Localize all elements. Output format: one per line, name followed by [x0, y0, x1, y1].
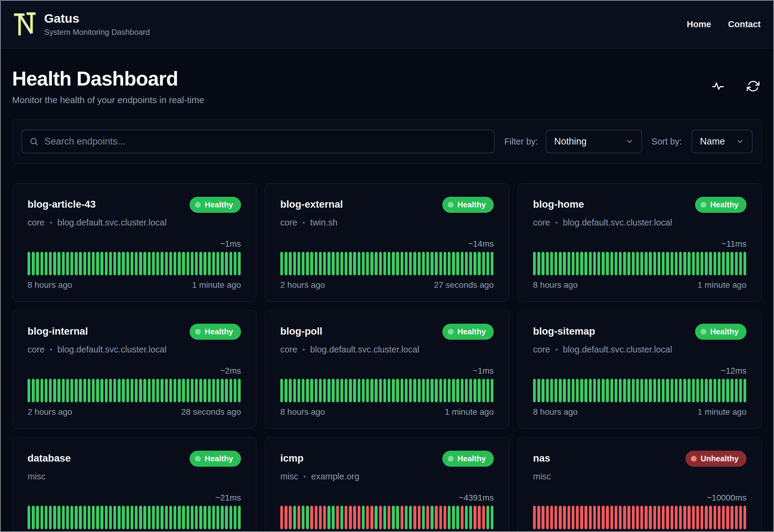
oldest-time: 2 hours ago: [28, 407, 72, 417]
card-head: blog-internal Healthy: [28, 324, 241, 340]
endpoint-card[interactable]: blog-external Healthy core • twin.sh ~14…: [265, 183, 509, 302]
uptime-bar-success: [212, 379, 215, 402]
uptime-bar-success: [62, 252, 65, 275]
uptime-bar-success: [105, 252, 108, 275]
uptime-bar-success: [448, 252, 450, 275]
uptime-bar-success: [143, 379, 146, 402]
status-dot-icon: [195, 456, 201, 462]
uptime-bar-success: [392, 506, 395, 529]
endpoint-name: blog-internal: [28, 324, 88, 337]
endpoint-card[interactable]: blog-poll Healthy core • blog.default.sv…: [265, 310, 509, 429]
uptime-bar-success: [203, 506, 206, 529]
time-range: 8 hours ago 1 minute ago: [533, 407, 746, 417]
uptime-bar-success: [57, 506, 60, 529]
uptime-bar-success: [122, 379, 125, 402]
newest-time: 27 seconds ago: [434, 280, 494, 290]
latency-label: ~14ms: [280, 239, 494, 249]
uptime-bar-success: [285, 252, 287, 275]
uptime-bar-success: [392, 379, 395, 402]
uptime-bar-failure: [345, 506, 347, 529]
status-dot-icon: [195, 329, 201, 335]
nav-link-contact[interactable]: Contact: [728, 19, 761, 29]
uptime-bar-success: [139, 506, 142, 529]
endpoint-card[interactable]: blog-sitemap Healthy core • blog.default…: [518, 310, 762, 429]
uptime-bar-failure: [285, 506, 287, 529]
meta-separator: •: [50, 345, 52, 354]
filter-select[interactable]: Nothing: [546, 130, 642, 153]
uptime-bar-success: [152, 252, 155, 275]
uptime-bar-success: [615, 379, 617, 402]
uptime-bar-success: [293, 379, 296, 402]
uptime-bar-success: [169, 252, 172, 275]
uptime-bar-success: [726, 379, 729, 402]
page-subtitle: Monitor the health of your endpoints in …: [12, 95, 204, 105]
endpoint-card[interactable]: blog-article-43 Healthy core • blog.defa…: [12, 183, 256, 302]
uptime-bar-success: [662, 379, 665, 402]
endpoint-group: misc: [533, 472, 551, 482]
uptime-bar-success: [126, 379, 129, 402]
uptime-bar-success: [392, 252, 395, 275]
uptime-bar-success: [310, 379, 313, 402]
nav-link-home[interactable]: Home: [687, 19, 711, 29]
uptime-bar-success: [533, 252, 536, 275]
search-box[interactable]: [21, 130, 495, 153]
uptime-bar-failure: [315, 506, 317, 529]
uptime-bar-success: [597, 379, 600, 402]
uptime-bar-success: [632, 252, 635, 275]
uptime-bar-success: [688, 379, 690, 402]
uptime-bar-success: [730, 252, 733, 275]
uptime-bar-failure: [576, 506, 579, 529]
search-input[interactable]: [44, 136, 487, 147]
uptime-bar-success: [135, 379, 138, 402]
meta-separator: •: [555, 219, 558, 227]
endpoint-name: blog-home: [533, 197, 584, 210]
uptime-bar-success: [216, 252, 219, 275]
status-label: Healthy: [205, 454, 233, 463]
uptime-bar-success: [679, 379, 682, 402]
uptime-bar-success: [234, 252, 236, 275]
uptime-bar-success: [379, 379, 382, 402]
uptime-bar-success: [131, 252, 133, 275]
uptime-bar-success: [396, 252, 399, 275]
uptime-bar-success: [456, 252, 459, 275]
uptime-bar-success: [572, 379, 574, 402]
uptime-bar-success: [688, 252, 690, 275]
uptime-bar-failure: [323, 506, 326, 529]
uptime-bar-success: [70, 506, 73, 529]
endpoint-card[interactable]: icmp Healthy misc • example.org ~4391ms …: [265, 437, 509, 532]
activity-pulse-icon[interactable]: [712, 80, 724, 92]
endpoint-meta: core • blog.default.svc.cluster.local: [533, 218, 746, 228]
refresh-icon[interactable]: [747, 80, 759, 92]
meta-separator: •: [304, 472, 306, 481]
uptime-bar-success: [169, 379, 172, 402]
uptime-bar-success: [319, 379, 322, 402]
endpoint-card[interactable]: database Healthy misc ~21ms 8 hours ago …: [12, 437, 256, 532]
uptime-bar-success: [336, 252, 339, 275]
toolbar-panel: Filter by: Nothing Sort by: Name: [12, 119, 762, 164]
uptime-bar-success: [45, 506, 47, 529]
endpoint-card[interactable]: blog-internal Healthy core • blog.defaul…: [12, 310, 256, 429]
uptime-bar-success: [576, 379, 579, 402]
uptime-bar-success: [41, 252, 43, 275]
card-head: blog-poll Healthy: [280, 324, 494, 340]
page-head-actions: [712, 80, 759, 92]
uptime-bar-success: [83, 379, 86, 402]
time-range: 2 hours ago 28 seconds ago: [28, 407, 241, 417]
uptime-bars: [28, 506, 241, 529]
sort-select[interactable]: Name: [691, 130, 753, 153]
status-dot-icon: [448, 456, 454, 462]
uptime-bar-success: [36, 379, 39, 402]
uptime-bar-success: [323, 379, 326, 402]
page-head: Health Dashboard Monitor the health of y…: [12, 67, 762, 105]
uptime-bar-success: [238, 252, 241, 275]
uptime-bar-success: [83, 252, 86, 275]
uptime-bar-success: [238, 379, 241, 402]
uptime-bar-success: [486, 379, 489, 402]
latency-label: ~1ms: [28, 239, 241, 249]
uptime-bar-success: [53, 379, 56, 402]
uptime-bar-success: [75, 506, 77, 529]
uptime-bar-success: [88, 506, 90, 529]
endpoint-card[interactable]: nas Unhealthy misc ~10000ms 8 hours ago …: [518, 437, 762, 532]
uptime-bar-success: [461, 379, 463, 402]
endpoint-card[interactable]: blog-home Healthy core • blog.default.sv…: [518, 183, 762, 302]
